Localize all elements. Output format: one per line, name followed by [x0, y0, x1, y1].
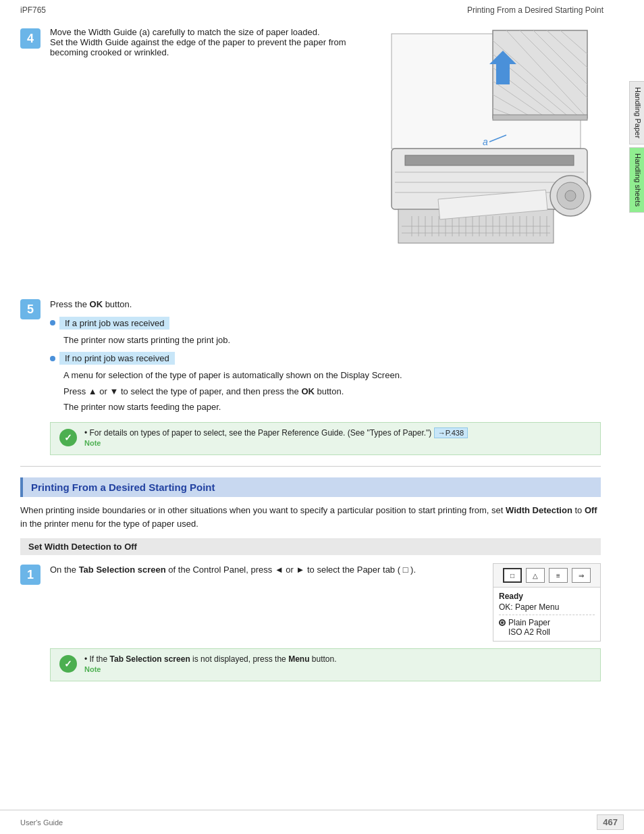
note-label-2: Note	[84, 665, 592, 673]
page-footer: User's Guide 467	[0, 810, 644, 834]
cp-tab-paper: □	[503, 568, 522, 583]
note-content-2: • If the Tab Selection screen is not dis…	[84, 654, 592, 673]
note-text-2: • If the Tab Selection screen is not dis…	[84, 654, 337, 664]
step1-layout: On the Tab Selection screen of the Contr…	[50, 563, 601, 642]
new-step-1-block: 1 On the Tab Selection screen of the Con…	[20, 563, 601, 681]
bullet-dot-2	[50, 356, 55, 361]
note-icon: ✓	[59, 428, 78, 449]
header-right: Printing From a Desired Starting Point	[467, 5, 603, 15]
svg-point-24	[565, 190, 576, 201]
step1-text: On the Tab Selection screen of the Contr…	[50, 563, 479, 579]
step-5-block: 5 Press the OK button. If a print job wa…	[20, 298, 601, 455]
note-icon-2: ✓	[59, 654, 78, 675]
cp-paper-menu: OK: Paper Menu	[499, 602, 595, 615]
separator-1	[20, 466, 601, 467]
right-tabs: Handling Paper Handling sheets	[629, 81, 644, 213]
new-step-1-number: 1	[20, 565, 41, 585]
main-content: 4 Move the Width Guide (a) carefully to …	[0, 20, 628, 700]
bullet-desc-2b: Press ▲ or ▼ to select the type of paper…	[63, 385, 601, 398]
page-header: iPF765 Printing From a Desired Starting …	[0, 0, 644, 20]
step-5-main-text: Press the OK button.	[50, 298, 601, 311]
step-4-text: Move the Width Guide (a) carefully to ma…	[50, 27, 358, 57]
bullet-desc-2c: The printer now starts feeding the paper…	[63, 400, 601, 414]
cp-tab-arrow: ⇒	[572, 568, 591, 583]
bullet-dot-1	[50, 320, 55, 325]
new-step-1-content: On the Tab Selection screen of the Contr…	[50, 563, 601, 681]
header-left: iPF765	[20, 5, 46, 15]
svg-rect-14	[493, 115, 587, 120]
cp-tab-menu: ≡	[549, 568, 568, 583]
tab-handling-paper[interactable]: Handling Paper	[629, 81, 644, 145]
note-label: Note	[84, 439, 592, 447]
step-5-number: 5	[20, 299, 41, 319]
cp-paper-size: ISO A2 Roll	[508, 627, 595, 637]
bullet-desc-2a: A menu for selection of the type of pape…	[63, 369, 601, 382]
cp-tabs-row: □ △ ≡ ⇒	[493, 564, 600, 588]
cp-body: Ready OK: Paper Menu Plain Paper	[493, 588, 600, 641]
bullet-item-1: If a print job was received	[50, 317, 601, 330]
cp-plain-paper: Plain Paper	[499, 618, 595, 627]
note-text: • For details on types of paper to selec…	[84, 428, 468, 438]
section-heading: Printing From a Desired Starting Point	[20, 477, 601, 497]
page-container: iPF765 Printing From a Desired Starting …	[0, 0, 644, 834]
svg-text:a: a	[483, 136, 488, 147]
step-4-block: 4 Move the Width Guide (a) carefully to …	[20, 27, 601, 286]
sub-section-heading: Set Width Detection to Off	[20, 538, 601, 555]
control-panel-image: □ △ ≡ ⇒ Ready OK: Paper Menu	[493, 563, 601, 642]
svg-text:✓: ✓	[64, 432, 72, 443]
step-4-layout: Move the Width Guide (a) carefully to ma…	[50, 27, 601, 286]
cp-dot-icon	[499, 619, 506, 626]
step-4-image-area: a	[371, 27, 601, 286]
cp-tab-bell: △	[526, 568, 545, 583]
tab-handling-sheets[interactable]: Handling sheets	[629, 147, 644, 213]
step-5-note-box: ✓ • For details on types of paper to sel…	[50, 422, 601, 455]
cp-paper-type: Plain Paper	[508, 618, 550, 627]
step-4-instruction-2: Set the Width Guide against the edge of …	[50, 37, 358, 57]
step-4-instruction-1: Move the Width Guide (a) carefully to ma…	[50, 27, 358, 37]
svg-text:✓: ✓	[64, 658, 72, 669]
step-4-number: 4	[20, 28, 41, 49]
new-step-1-note-box: ✓ • If the Tab Selection screen is not d…	[50, 648, 601, 681]
page-ref: →P.438	[434, 427, 468, 438]
bullet-item-2: If no print job was received	[50, 352, 601, 365]
cp-dot-inner	[501, 621, 504, 624]
page-number: 467	[597, 814, 624, 830]
bullet-label-2: If no print job was received	[59, 352, 175, 365]
bullet-desc-1: The printer now starts printing the prin…	[63, 334, 601, 347]
printer-illustration: a	[371, 27, 601, 284]
bullet-label-1: If a print job was received	[59, 317, 169, 330]
note-content: • For details on types of paper to selec…	[84, 428, 592, 447]
section-description: When printing inside boundaries or in ot…	[20, 504, 601, 532]
svg-rect-18	[405, 155, 574, 165]
step-5-content: Press the OK button. If a print job was …	[50, 298, 601, 455]
step1-description: On the Tab Selection screen of the Contr…	[50, 563, 479, 577]
footer-left: User's Guide	[20, 818, 63, 827]
cp-ready-text: Ready	[499, 592, 595, 601]
